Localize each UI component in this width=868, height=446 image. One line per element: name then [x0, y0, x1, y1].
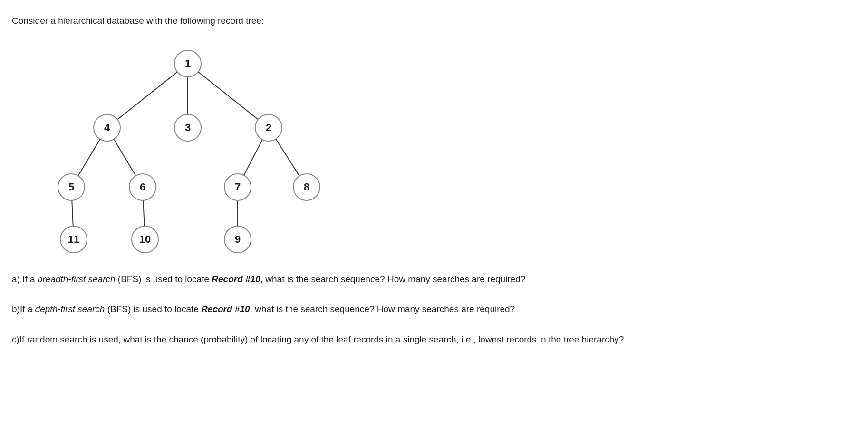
question-a-target: Record #10: [212, 274, 260, 284]
question-a-mid: (BFS) is used to locate: [116, 274, 212, 284]
tree-node-1: 1: [174, 50, 202, 77]
tree-node-6: 6: [129, 173, 156, 201]
tree-diagram: 1 4 3 2 5 6 7 8 11 10 9: [31, 38, 364, 256]
tree-node-8: 8: [293, 173, 320, 201]
tree-node-11: 11: [60, 226, 87, 253]
intro-text: Consider a hierarchical database with th…: [12, 14, 856, 28]
question-a-prefix: a) If a: [12, 274, 38, 284]
tree-node-9: 9: [224, 226, 251, 253]
question-b-target: Record #10: [201, 304, 250, 314]
question-b-prefix: b)If a: [12, 304, 35, 314]
tree-node-7: 7: [224, 173, 251, 201]
question-a-suffix: , what is the search sequence? How many …: [260, 274, 526, 284]
question-b: b)If a depth-first search (BFS) is used …: [12, 303, 856, 316]
tree-node-3: 3: [174, 114, 202, 142]
tree-node-10: 10: [131, 226, 159, 253]
tree-node-5: 5: [58, 173, 85, 201]
svg-line-0: [107, 64, 188, 128]
tree-node-2: 2: [255, 114, 282, 142]
question-a: a) If a breadth-first search (BFS) is us…: [12, 273, 856, 286]
question-c: c)If random search is used, what is the …: [12, 333, 856, 347]
question-a-term: breadth-first search: [38, 274, 116, 284]
svg-line-2: [188, 64, 269, 128]
question-b-term: depth-first search: [35, 304, 105, 314]
question-b-mid: (BFS) is used to locate: [105, 304, 201, 314]
question-b-suffix: , what is the search sequence? How many …: [250, 304, 515, 314]
tree-node-4: 4: [93, 114, 121, 142]
